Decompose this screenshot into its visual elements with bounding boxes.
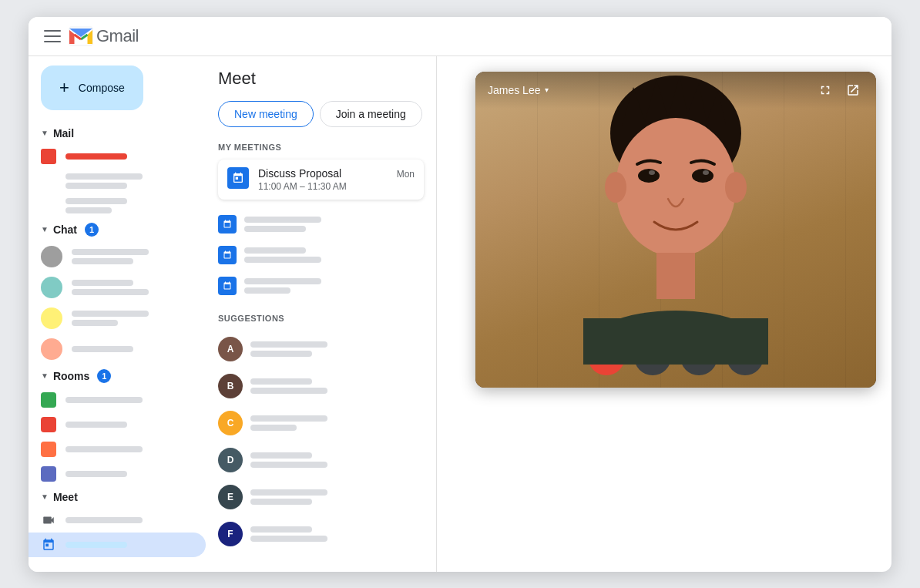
video-overlay: James Lee ▾ (475, 72, 876, 388)
sug-bar-11 (250, 526, 312, 533)
video-area: James Lee ▾ (437, 56, 891, 572)
chat-item-3[interactable] (29, 303, 206, 334)
sug-bar-1 (250, 341, 327, 348)
chat-bar-6 (72, 320, 118, 326)
sug-bars-3 (250, 415, 424, 431)
mail-bar-2 (65, 183, 127, 189)
suggestion-1[interactable]: A (218, 331, 424, 368)
mail-section-header[interactable]: ▼ Mail (29, 123, 206, 144)
meet-my-meetings-item[interactable] (29, 533, 206, 557)
rooms-section-header[interactable]: ▼ Rooms 1 (29, 365, 206, 388)
chat-bars-1 (72, 249, 193, 264)
compose-plus-icon: + (59, 78, 69, 98)
join-meeting-button[interactable]: Join a meeting (320, 101, 422, 127)
meet-buttons-row: New meeting Join a meeting (218, 101, 424, 127)
meeting-bars-2 (244, 217, 424, 232)
room-item-1[interactable] (29, 388, 206, 412)
sug-bar-7 (250, 452, 312, 459)
chat-bar-5 (72, 311, 149, 317)
sug-bars-4 (250, 452, 424, 468)
meet-new-item[interactable] (29, 508, 206, 533)
m-bar-3 (244, 247, 306, 254)
my-meetings-label: MY MEETINGS (218, 143, 424, 152)
top-bar: Gmail (29, 17, 891, 56)
m-bar-6 (244, 287, 290, 294)
sug-bars-6 (250, 526, 424, 542)
compose-button[interactable]: + Compose (41, 66, 143, 110)
meeting-day: Mon (397, 169, 415, 180)
person-svg (560, 72, 791, 365)
cal-icon-small-2 (218, 246, 237, 264)
meeting-item-3[interactable] (218, 240, 424, 270)
suggestion-4[interactable]: D (218, 442, 424, 479)
cal-icon-featured (227, 167, 249, 189)
room-icon-1 (41, 392, 56, 408)
chat-avatar-1 (41, 246, 62, 267)
chat-item-2[interactable] (29, 272, 206, 303)
hamburger-menu[interactable] (44, 30, 61, 42)
sug-bar-8 (250, 462, 327, 468)
meeting-item-4[interactable] (218, 270, 424, 301)
sug-bars-1 (250, 341, 424, 357)
meet-section-header[interactable]: ▼ Meet (29, 486, 206, 508)
mail-item-3[interactable] (29, 193, 206, 218)
suggestion-avatar-4: D (218, 448, 243, 472)
room-icon-4 (41, 466, 56, 482)
meeting-item-2[interactable] (218, 209, 424, 240)
chat-item-4[interactable] (29, 334, 206, 365)
chat-item-1[interactable] (29, 241, 206, 272)
meet-new-bar (65, 517, 143, 523)
sug-bar-9 (250, 489, 327, 496)
room-item-4[interactable] (29, 462, 206, 486)
sug-bar-10 (250, 499, 312, 505)
svg-rect-12 (583, 318, 768, 365)
meeting-time: 11:00 AM – 11:30 AM (258, 181, 415, 192)
suggestion-avatar-1: A (218, 337, 243, 361)
suggestion-5[interactable]: E (218, 479, 424, 516)
sug-bar-3 (250, 378, 312, 385)
mail-item-2[interactable] (29, 169, 206, 193)
m-bar-1 (244, 217, 321, 223)
room-item-2[interactable] (29, 412, 206, 437)
app-title: Gmail (96, 26, 139, 46)
mail-bar-3 (65, 198, 127, 204)
sidebar: + Compose ▼ Mail (29, 56, 206, 572)
cal-icon-small-3 (218, 277, 237, 295)
room-icon-2 (41, 417, 56, 432)
mail-inbox-item[interactable] (29, 144, 206, 169)
suggestion-2[interactable]: B (218, 368, 424, 405)
chat-bar-1 (72, 249, 149, 255)
meeting-bars-4 (244, 278, 424, 294)
calendar-icon (41, 537, 56, 553)
suggestion-avatar-6: F (218, 522, 243, 546)
person-photo (475, 72, 876, 388)
room-bar-2 (65, 422, 127, 428)
meet-panel-title: Meet (218, 69, 424, 89)
room-bar-3 (65, 446, 143, 452)
mail-bar-4 (65, 207, 112, 213)
chat-section-label: Chat (53, 223, 77, 236)
new-meeting-button[interactable]: New meeting (218, 101, 314, 127)
suggestion-6[interactable]: F (218, 516, 424, 553)
svg-point-5 (725, 172, 747, 203)
svg-point-6 (638, 169, 660, 183)
chat-section-header[interactable]: ▼ Chat 1 (29, 218, 206, 241)
meet-calendar-bar (65, 542, 127, 548)
sug-bar-4 (250, 388, 327, 394)
mail-bar-1 (65, 173, 143, 180)
sug-bar-2 (250, 351, 312, 357)
mail-bar (65, 153, 127, 160)
gmail-m-logo (69, 26, 93, 46)
suggestion-3[interactable]: C (218, 405, 424, 442)
meeting-card-featured[interactable]: Discuss Proposal 11:00 AM – 11:30 AM Mon (218, 160, 424, 200)
suggestions-label: SUGGESTIONS (218, 314, 424, 323)
video-camera-icon (41, 512, 56, 528)
main-layout: + Compose ▼ Mail (29, 56, 891, 572)
meeting-bars-3 (244, 247, 424, 263)
room-item-3[interactable] (29, 437, 206, 462)
mail-bars-group-2 (65, 198, 193, 213)
chat-bars-3 (72, 311, 193, 326)
compose-label: Compose (79, 82, 125, 94)
room-bar-1 (65, 397, 143, 403)
room-bar-4 (65, 471, 127, 477)
